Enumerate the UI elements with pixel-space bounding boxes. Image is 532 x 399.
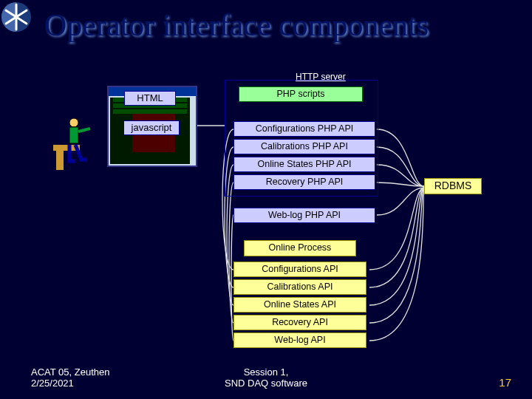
php-api-web-log: Web-log PHP API (233, 208, 375, 223)
svg-point-6 (69, 118, 78, 127)
online-process-header: Online Process (244, 240, 356, 256)
slide-title: Operator interface components (44, 7, 429, 43)
footer-center: Session 1, SND DAQ software (0, 366, 532, 389)
php-api-calibrations: Calibrations PHP API (233, 139, 375, 154)
php-api-configurations: Configurations PHP API (233, 121, 375, 137)
svg-rect-7 (69, 127, 78, 143)
php-api-online-states: Online States PHP API (233, 157, 375, 172)
api-online-states: Online States API (233, 297, 366, 313)
api-recovery: Recovery API (233, 315, 366, 330)
svg-line-8 (78, 129, 90, 132)
footer-session: Session 1, (244, 366, 289, 378)
page-number: 17 (499, 376, 511, 389)
slide-logo (0, 0, 35, 34)
api-calibrations: Calibrations API (233, 279, 366, 295)
php-scripts-header: PHP scripts (239, 86, 363, 102)
footer-subtitle: SND DAQ software (225, 378, 307, 389)
operator-icon (53, 118, 105, 176)
javascript-label: javascript (123, 120, 180, 135)
html-label: HTML (124, 91, 176, 106)
rdbms-box: RDBMS (424, 178, 482, 194)
api-web-log: Web-log API (233, 332, 366, 348)
php-api-recovery: Recovery PHP API (233, 174, 375, 190)
api-configurations: Configurations API (233, 262, 366, 277)
svg-rect-4 (56, 148, 64, 170)
